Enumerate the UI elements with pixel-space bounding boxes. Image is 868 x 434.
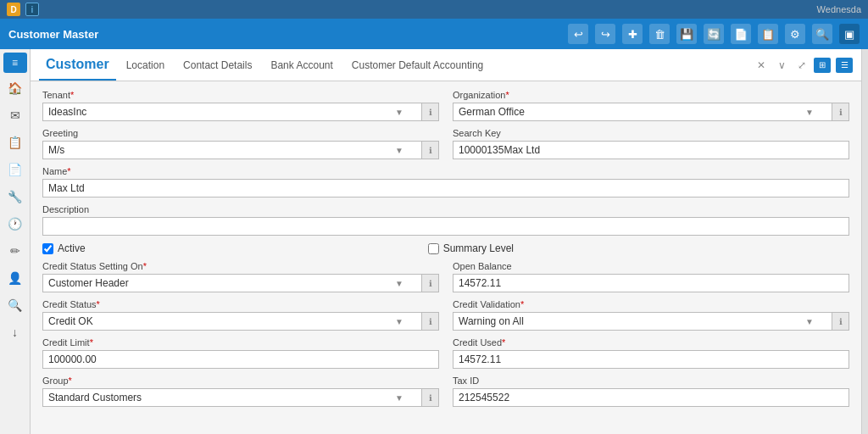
tab-bank-account[interactable]: Bank Account <box>262 49 341 81</box>
grid-view-button[interactable]: ⊞ <box>814 58 831 73</box>
name-group: Name* <box>42 166 849 198</box>
greeting-label: Greeting <box>42 128 439 138</box>
group-select[interactable]: Standard Customers <box>42 388 422 407</box>
organization-select-wrap: German Office ▼ <box>453 103 832 121</box>
credit-status-wrap: Credit OK ▼ ℹ <box>42 312 439 331</box>
form-area: Tenant* IdeasInc ▼ ℹ Organiz <box>31 81 861 434</box>
credit-status-setting-select[interactable]: Customer Header <box>42 274 422 292</box>
copy-button[interactable]: 📋 <box>758 24 778 44</box>
summary-level-checkbox[interactable] <box>428 243 439 254</box>
grid-button[interactable]: ▣ <box>839 24 860 44</box>
greeting-select-wrap: M/s ▼ <box>42 141 422 159</box>
credit-validation-select-wrap: Warning on All ▼ <box>453 312 832 331</box>
sidebar-clock-icon[interactable]: 🕐 <box>3 212 27 236</box>
open-balance-input[interactable] <box>453 274 849 292</box>
credit-validation-select[interactable]: Warning on All <box>453 312 832 331</box>
list-view-button[interactable]: ☰ <box>836 58 853 73</box>
sidebar-user-icon[interactable]: 👤 <box>3 266 27 290</box>
save-button[interactable]: 💾 <box>676 24 697 44</box>
greeting-select[interactable]: M/s <box>42 141 422 159</box>
tenant-select[interactable]: IdeasInc <box>42 103 422 121</box>
organization-select[interactable]: German Office <box>453 103 832 121</box>
active-checkbox[interactable] <box>42 243 53 254</box>
credit-status-setting-wrap: Customer Header ▼ ℹ <box>42 274 439 292</box>
tab-contact-details[interactable]: Contact Details <box>175 49 260 81</box>
group-select-wrap: Standard Customers ▼ <box>42 388 422 407</box>
group-label: Group* <box>42 376 439 386</box>
sidebar-doc-icon[interactable]: 📄 <box>3 158 27 181</box>
credit-validation-wrap: Warning on All ▼ ℹ <box>453 312 849 331</box>
row-credit-status-validation: Credit Status* Credit OK ▼ ℹ <box>42 299 849 331</box>
credit-validation-info-button[interactable]: ℹ <box>832 312 849 331</box>
group-info-button[interactable]: ℹ <box>422 388 439 407</box>
organization-info-button[interactable]: ℹ <box>832 103 849 121</box>
credit-status-setting-label: Credit Status Setting On* <box>42 261 439 271</box>
credit-status-info-button[interactable]: ℹ <box>422 312 439 331</box>
credit-status-setting-info-button[interactable]: ℹ <box>422 274 439 292</box>
taxid-input[interactable] <box>453 388 849 407</box>
tab-customer[interactable]: Customer <box>39 49 116 81</box>
app-title: Customer Master <box>8 28 98 41</box>
name-input[interactable] <box>42 179 849 198</box>
tab-bar: Customer Location Contact Details Bank A… <box>31 49 861 81</box>
organization-input-wrap: German Office ▼ ℹ <box>453 103 849 121</box>
sidebar-down-icon[interactable]: ↓ <box>3 320 27 344</box>
sidebar-menu-button[interactable]: ≡ <box>3 53 27 73</box>
organization-label: Organization* <box>453 90 849 100</box>
document-button[interactable]: 📄 <box>731 24 751 44</box>
credit-validation-group: Credit Validation* Warning on All ▼ ℹ <box>453 299 849 331</box>
credit-status-setting-group: Credit Status Setting On* Customer Heade… <box>42 261 439 292</box>
credit-status-label: Credit Status* <box>42 299 439 309</box>
credit-limit-label: Credit Limit* <box>42 337 439 348</box>
sidebar-search-icon[interactable]: 🔍 <box>3 293 27 317</box>
active-label: Active <box>58 242 86 254</box>
refresh-button[interactable]: 🔄 <box>704 24 724 44</box>
sidebar-edit-icon[interactable]: ✏ <box>3 239 27 263</box>
description-label: Description <box>42 204 849 214</box>
tab-location[interactable]: Location <box>118 49 173 81</box>
credit-limit-input[interactable] <box>42 350 439 369</box>
searchkey-input[interactable] <box>453 141 849 159</box>
summary-level-label: Summary Level <box>443 242 514 254</box>
tab-customer-default-accounting[interactable]: Customer Default Accounting <box>343 49 492 81</box>
chevron-down-tab-button[interactable]: ∨ <box>773 57 790 74</box>
description-input[interactable] <box>42 217 849 236</box>
credit-status-select[interactable]: Credit OK <box>42 312 422 331</box>
summary-level-group: Summary Level <box>428 242 514 254</box>
row-active-summary: Active Summary Level <box>42 242 849 254</box>
search-button[interactable]: 🔍 <box>812 24 832 44</box>
row-name: Name* <box>42 166 849 198</box>
sidebar-list-icon[interactable]: 📋 <box>3 131 27 154</box>
row-greeting-searchkey: Greeting M/s ▼ ℹ Search Key <box>42 128 849 159</box>
add-button[interactable]: ✚ <box>622 24 643 44</box>
greeting-info-button[interactable]: ℹ <box>422 141 439 159</box>
delete-button[interactable]: 🗑 <box>649 24 670 44</box>
maximize-tab-button[interactable]: ⤢ <box>793 57 810 74</box>
sidebar-mail-icon[interactable]: ✉ <box>3 103 27 127</box>
open-balance-label: Open Balance <box>453 261 849 271</box>
open-balance-group: Open Balance <box>453 261 849 292</box>
credit-used-group: Credit Used* <box>453 337 849 369</box>
undo-button[interactable]: ↩ <box>568 24 588 44</box>
row-description: Description <box>42 204 849 236</box>
credit-limit-group: Credit Limit* <box>42 337 439 369</box>
tab-actions: ✕ ∨ ⤢ ⊞ ☰ <box>753 57 853 74</box>
content-area: Customer Location Contact Details Bank A… <box>31 49 861 434</box>
right-scrollbar[interactable] <box>861 49 868 434</box>
credit-used-input[interactable] <box>453 350 849 369</box>
tenant-info-button[interactable]: ℹ <box>422 103 439 121</box>
credit-status-setting-select-wrap: Customer Header ▼ <box>42 274 422 292</box>
close-tab-button[interactable]: ✕ <box>753 57 770 74</box>
greeting-input-wrap: M/s ▼ ℹ <box>42 141 439 159</box>
settings-button[interactable]: ⚙ <box>785 24 805 44</box>
main-container: ≡ 🏠 ✉ 📋 📄 🔧 🕐 ✏ 👤 🔍 ↓ Customer Location … <box>0 49 868 434</box>
group-wrap: Standard Customers ▼ ℹ <box>42 388 439 407</box>
app-icon-d: D <box>7 3 20 16</box>
searchkey-group: Search Key <box>453 128 849 159</box>
sidebar-tool-icon[interactable]: 🔧 <box>3 185 27 209</box>
group-group: Group* Standard Customers ▼ ℹ <box>42 376 439 407</box>
redo-button[interactable]: ↪ <box>595 24 615 44</box>
sidebar-home-icon[interactable]: 🏠 <box>3 76 27 100</box>
app-icon-i: i <box>25 3 39 16</box>
credit-used-label: Credit Used* <box>453 337 849 348</box>
